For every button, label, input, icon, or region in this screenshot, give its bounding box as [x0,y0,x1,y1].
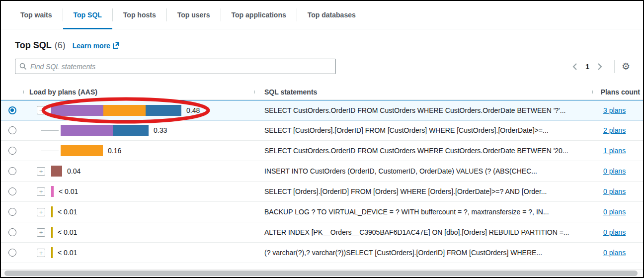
row-radio-button[interactable] [8,106,16,114]
tree-line [41,141,41,151]
search-box [15,59,336,74]
tab-top-users[interactable]: Top users [167,1,221,29]
sql-statement-text[interactable]: (? varchar(?),? varchar(?))SELECT [CustO… [264,249,542,257]
learn-more-link[interactable]: Learn more [73,42,120,50]
expand-row-button[interactable]: + [37,208,45,216]
table-row[interactable]: +< 0.01ALTER INDEX [PK__Orders__C3905BAF… [1,222,643,243]
tab-top-waits[interactable]: Top waits [10,1,63,29]
scrollbar-thumb[interactable] [4,271,638,276]
row-radio-button[interactable] [8,208,16,216]
settings-gear-icon[interactable]: ⚙ [622,62,630,71]
table-body: −0.48SELECT CustOrders.OrderID FROM Cust… [1,100,643,263]
plans-count-link[interactable]: 3 plans [603,106,626,114]
sql-statement-text[interactable]: SELECT CustOrders.OrderID FROM CustOrder… [264,106,565,114]
load-bar-segment-blue [146,105,181,116]
table-row[interactable]: −0.48SELECT CustOrders.OrderID FROM Cust… [1,100,643,120]
load-bar [61,125,149,136]
sql-statement-text[interactable]: INSERT INTO CustOrders (OrderID, Custome… [264,167,537,175]
expand-row-button[interactable]: + [37,228,45,237]
load-by-plans-cell: +0.04 [23,166,254,177]
load-bar-segment-orange [61,145,103,156]
plans-count-cell: 1 plans [592,147,642,155]
tab-top-sql[interactable]: Top SQL [63,1,112,29]
table-row[interactable]: +< 0.01BACKUP LOG ? TO VIRTUAL_DEVICE = … [1,202,643,222]
top-sql-table: Load by plans (AAS) SQL statements Plans… [1,84,643,263]
load-value: < 0.01 [59,187,78,195]
table-row[interactable]: +0.04INSERT INTO CustOrders (OrderID, Cu… [1,161,643,182]
row-select-cell [1,187,23,195]
sql-statement-text[interactable]: ALTER INDEX [PK__Orders__C3905BAF6D1AC47… [264,228,569,236]
expand-row-button[interactable]: + [37,187,45,196]
load-bar [51,166,62,177]
row-select-cell [1,208,23,216]
chevron-right-icon [597,63,603,71]
load-value: 0.04 [67,167,80,175]
search-input[interactable] [30,63,331,71]
load-value: < 0.01 [58,208,77,216]
plans-count-link[interactable]: 2 plans [603,126,626,134]
plans-count-cell: 0 plans [592,228,642,236]
table-row[interactable]: +< 0.01(? varchar(?),? varchar(?))SELECT… [1,243,643,263]
chevron-left-icon [572,63,577,71]
load-by-plans-cell: +< 0.01 [23,186,254,197]
row-select-cell [1,126,23,134]
tab-bar: Top waits Top SQL Top hosts Top users To… [1,1,643,29]
tab-top-databases[interactable]: Top databases [297,1,366,29]
sql-statement-cell: BACKUP LOG ? TO VIRTUAL_DEVICE = ? WITH … [254,208,592,216]
row-radio-button[interactable] [8,228,16,236]
row-radio-button[interactable] [8,249,16,257]
sql-statement-cell: SELECT CustOrders.OrderID FROM CustOrder… [254,147,592,155]
load-bar [51,247,53,258]
plans-count-cell: 0 plans [592,249,642,257]
tree-line [41,151,59,151]
table-row[interactable]: +< 0.01SELECT [Orders].[OrderID] FROM [O… [1,182,643,202]
row-radio-button[interactable] [8,187,16,195]
tab-top-applications[interactable]: Top applications [221,1,297,29]
load-bar-segment-purple [61,125,113,136]
sql-statement-cell: SELECT [Orders].[OrderID] FROM [Orders] … [254,187,592,195]
next-page-button[interactable] [593,60,607,74]
row-radio-button[interactable] [8,147,16,155]
tab-label: Top databases [308,11,356,19]
load-bar [51,227,53,238]
row-radio-button[interactable] [8,167,16,175]
plans-count-link[interactable]: 0 plans [603,208,626,216]
expand-row-button[interactable]: + [37,167,45,176]
expand-row-button[interactable]: + [37,249,45,257]
horizontal-scrollbar [1,269,643,277]
row-radio-button[interactable] [8,126,16,134]
load-bar [51,105,181,116]
load-bar [51,206,53,217]
load-bar-segment-pink [51,186,54,197]
row-select-cell [1,249,23,257]
table-row[interactable]: 0.33SELECT [CustOrders].[OrderID] FROM [… [1,120,643,141]
load-value: 0.16 [108,147,121,155]
sql-statement-text[interactable]: SELECT [CustOrders].[OrderID] FROM [Cust… [264,126,549,134]
plans-count-link[interactable]: 0 plans [603,167,626,175]
table-row[interactable]: 0.16SELECT CustOrders.OrderID FROM CustO… [1,141,643,161]
load-by-plans-cell: +< 0.01 [23,227,254,238]
plans-count-cell: 0 plans [592,187,642,195]
row-select-cell [1,167,23,175]
load-bar-segment-yellow [51,247,53,258]
page-number: 1 [583,63,591,71]
plans-count-link[interactable]: 0 plans [603,249,626,257]
sql-statement-text[interactable]: BACKUP LOG ? TO VIRTUAL_DEVICE = ? WITH … [264,208,549,216]
prev-page-button[interactable] [567,60,581,74]
sql-statement-cell: SELECT CustOrders.OrderID FROM CustOrder… [254,106,592,114]
collapse-row-button[interactable]: − [37,106,45,114]
tab-top-hosts[interactable]: Top hosts [113,1,166,29]
plans-count-link[interactable]: 1 plans [603,147,626,155]
load-value: < 0.01 [58,249,77,257]
plans-count-link[interactable]: 0 plans [603,187,626,195]
external-link-icon [112,42,120,49]
sql-statement-text[interactable]: SELECT [Orders].[OrderID] FROM [Orders] … [264,187,547,195]
result-count: (6) [55,40,66,51]
tab-label: Top users [177,11,210,19]
top-sql-panel: Top waits Top SQL Top hosts Top users To… [0,0,644,278]
load-by-plans-cell: +< 0.01 [23,247,254,258]
load-value: < 0.01 [58,228,77,236]
sql-statement-text[interactable]: SELECT CustOrders.OrderID FROM CustOrder… [264,147,568,155]
load-bar-segment-yellow [51,227,53,238]
plans-count-link[interactable]: 0 plans [603,228,626,236]
